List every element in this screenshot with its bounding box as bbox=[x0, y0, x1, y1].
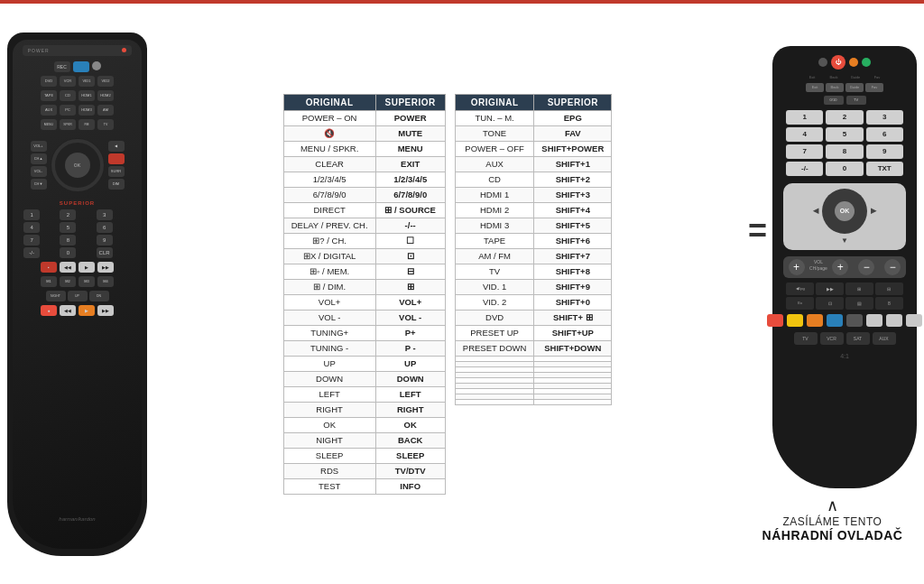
table-row: CDSHIFT+2 bbox=[455, 171, 611, 187]
table-row: 1/2/3/4/51/2/3/4/5 bbox=[283, 171, 445, 187]
original-cell: PRESET DOWN bbox=[455, 340, 534, 356]
original-cell: VID. 1 bbox=[455, 279, 534, 294]
original-cell: RDS bbox=[283, 463, 375, 478]
page: POWER REC DVD VCR VID1 VID2 TAPE CD HDM1… bbox=[0, 0, 924, 584]
original-cell: NIGHT bbox=[283, 432, 375, 448]
superior-cell: SHIFT+POWER bbox=[534, 141, 612, 156]
superior-cell: ⊡ bbox=[375, 248, 445, 264]
left-table-col1-header: ORIGINAL bbox=[283, 94, 375, 110]
original-cell: DVD bbox=[455, 310, 534, 325]
superior-cell: MUTE bbox=[375, 125, 445, 141]
superior-cell: ⊞ bbox=[375, 279, 445, 294]
table-row: DIRECT⊞ / SOURCE bbox=[283, 202, 445, 218]
table-row: RDSTV/DTV bbox=[283, 463, 445, 478]
caption-chevron: ∧ bbox=[827, 496, 838, 515]
original-cell: ⊞◦ / MEM. bbox=[283, 264, 375, 279]
right-table: ORIGINAL SUPERIOR TUN. – M.EPGTONEFAVPOW… bbox=[455, 94, 612, 405]
superior-cell: SHIFT+ ⊞ bbox=[534, 310, 612, 325]
original-cell: HDMI 1 bbox=[455, 187, 534, 202]
superior-cell: P - bbox=[375, 340, 445, 356]
table-row: POWER – OFFSHIFT+POWER bbox=[455, 141, 611, 156]
superior-cell: FAV bbox=[534, 125, 612, 141]
table-row: LEFTLEFT bbox=[283, 386, 445, 402]
original-cell: DIRECT bbox=[283, 202, 375, 218]
table-row: TVSHIFT+8 bbox=[455, 264, 611, 279]
original-cell: HDMI 2 bbox=[455, 202, 534, 218]
table-row: TUNING -P - bbox=[283, 340, 445, 356]
table-row: TONEFAV bbox=[455, 125, 611, 141]
superior-cell: VOL - bbox=[375, 310, 445, 325]
table-row: MENU / SPKR.MENU bbox=[283, 141, 445, 156]
superior-cell: LEFT bbox=[375, 386, 445, 402]
original-cell: 1/2/3/4/5 bbox=[283, 171, 375, 187]
remote-left: POWER REC DVD VCR VID1 VID2 TAPE CD HDM1… bbox=[7, 32, 147, 556]
superior-cell: SHIFT+8 bbox=[534, 264, 612, 279]
superior-cell: 6/7/8/9/0 bbox=[375, 187, 445, 202]
superior-cell: ⊞ / SOURCE bbox=[375, 202, 445, 218]
comparison-tables: ORIGINAL SUPERIOR POWER – ONPOWER🔇MUTEME… bbox=[152, 13, 743, 575]
superior-cell: SHIFT+1 bbox=[534, 156, 612, 171]
superior-cell: OK bbox=[375, 417, 445, 432]
superior-cell: ☐ bbox=[375, 233, 445, 248]
equals-sign: = bbox=[748, 212, 767, 250]
table-row: ⊞ / DIM.⊞ bbox=[283, 279, 445, 294]
original-cell: TONE bbox=[455, 125, 534, 141]
superior-cell: SHIFT+UP bbox=[534, 325, 612, 340]
superior-cell: EXIT bbox=[375, 156, 445, 171]
original-cell: DOWN bbox=[283, 371, 375, 386]
table-row: VOL+VOL+ bbox=[283, 294, 445, 310]
superior-cell: VOL+ bbox=[375, 294, 445, 310]
superior-cell: ⊟ bbox=[375, 264, 445, 279]
table-row: VID. 2SHIFT+0 bbox=[455, 294, 611, 310]
original-cell: TEST bbox=[283, 478, 375, 494]
original-cell: TUNING - bbox=[283, 340, 375, 356]
original-cell: TUN. – M. bbox=[455, 110, 534, 125]
table-row: ⊞◦ / MEM.⊟ bbox=[283, 264, 445, 279]
table-row: POWER – ONPOWER bbox=[283, 110, 445, 125]
superior-cell: POWER bbox=[375, 110, 445, 125]
superior-cell: SHIFT+6 bbox=[534, 233, 612, 248]
original-cell: DELAY / PREV. CH. bbox=[283, 218, 375, 233]
original-cell: LEFT bbox=[283, 386, 375, 402]
original-cell: ⊞ / DIM. bbox=[283, 279, 375, 294]
table-row: UPUP bbox=[283, 356, 445, 371]
table-row: VOL -VOL - bbox=[283, 310, 445, 325]
superior-cell: SHIFT+0 bbox=[534, 294, 612, 310]
original-cell: ⊞X / DIGITAL bbox=[283, 248, 375, 264]
superior-cell: SHIFT+7 bbox=[534, 248, 612, 264]
original-cell: TUNING+ bbox=[283, 325, 375, 340]
original-cell: AUX bbox=[455, 156, 534, 171]
original-cell: ⊞? / CH. bbox=[283, 233, 375, 248]
table-row: TESTINFO bbox=[283, 478, 445, 494]
table-row: VID. 1SHIFT+9 bbox=[455, 279, 611, 294]
superior-cell: TV/DTV bbox=[375, 463, 445, 478]
table-row: TUN. – M.EPG bbox=[455, 110, 611, 125]
original-cell: OK bbox=[283, 417, 375, 432]
original-cell: POWER – OFF bbox=[455, 141, 534, 156]
superior-cell: RIGHT bbox=[375, 402, 445, 417]
table-row: HDMI 2SHIFT+4 bbox=[455, 202, 611, 218]
left-table-col2-header: SUPERIOR bbox=[375, 94, 445, 110]
caption-line1: ZASÍLÁME TENTO bbox=[783, 515, 882, 528]
original-cell: AM / FM bbox=[455, 248, 534, 264]
superior-cell: SHIFT+4 bbox=[534, 202, 612, 218]
table-row: RIGHTRIGHT bbox=[283, 402, 445, 417]
superior-cell: EPG bbox=[534, 110, 612, 125]
right-remote-power-btn: ⏻ bbox=[831, 55, 845, 70]
table-row bbox=[455, 399, 611, 404]
original-cell: 6/7/8/9/0 bbox=[283, 187, 375, 202]
superior-cell: MENU bbox=[375, 141, 445, 156]
original-cell: RIGHT bbox=[283, 402, 375, 417]
superior-cell bbox=[534, 399, 612, 404]
table-row: DVDSHIFT+ ⊞ bbox=[455, 310, 611, 325]
superior-cell: SHIFT+DOWN bbox=[534, 340, 612, 356]
original-cell: POWER – ON bbox=[283, 110, 375, 125]
superior-cell: UP bbox=[375, 356, 445, 371]
table-row: SLEEPSLEEP bbox=[283, 448, 445, 463]
table-row: AUXSHIFT+1 bbox=[455, 156, 611, 171]
superior-cell: -/-- bbox=[375, 218, 445, 233]
table-row: AM / FMSHIFT+7 bbox=[455, 248, 611, 264]
original-cell: TAPE bbox=[455, 233, 534, 248]
table-row: CLEAREXIT bbox=[283, 156, 445, 171]
remote-right-version: 4:1 bbox=[840, 353, 849, 359]
